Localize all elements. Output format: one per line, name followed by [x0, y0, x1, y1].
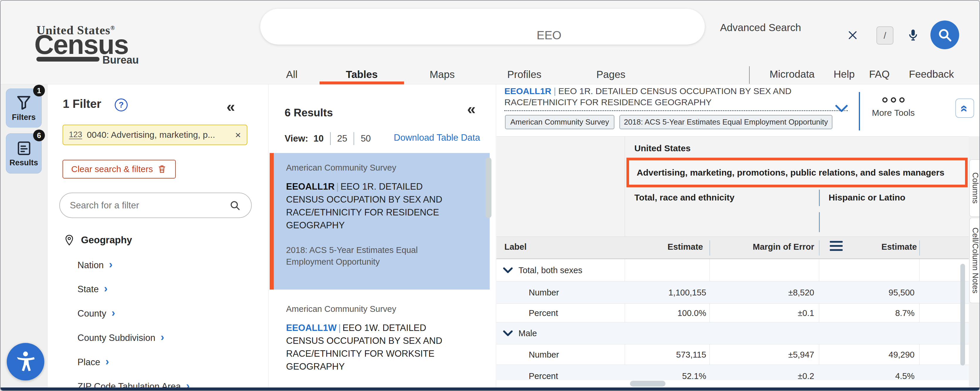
collapse-results-panel-icon[interactable]: « — [467, 101, 475, 117]
filter-search-icon[interactable] — [229, 199, 241, 212]
table-row-total-both-sexes[interactable]: Total, both sexes — [496, 259, 969, 282]
tab-maps[interactable]: Maps — [410, 65, 474, 84]
row-label: Male — [519, 329, 537, 338]
search-bar[interactable]: / — [260, 9, 705, 44]
column-header-label[interactable]: Label — [504, 242, 527, 252]
more-tools-button[interactable]: More Tools — [865, 97, 922, 118]
row-label: Number — [529, 288, 559, 297]
table-title[interactable]: EEOALL1R|EEO 1R. DETAILED CENSUS OCCUPAT… — [504, 85, 848, 111]
cell-value: ±5,947 — [710, 350, 814, 359]
geo-item-county-subdivision[interactable]: County Subdivision› — [78, 331, 164, 344]
table-select-chevron-down-icon[interactable] — [835, 104, 848, 113]
nav-divider — [749, 66, 750, 84]
results-count-badge: 6 — [33, 130, 45, 141]
table-row-number[interactable]: Number573,115±5,94749,290 — [496, 344, 969, 365]
cell-value: 95,500 — [819, 288, 915, 297]
result-card-eeoall1r[interactable]: American Community SurveyEEOALL1R|EEO 1R… — [274, 153, 490, 290]
keyboard-shortcut-key: / — [877, 26, 893, 44]
selected-card-strip — [270, 153, 274, 290]
column-header-estimate[interactable]: Estimate — [625, 242, 703, 252]
filters-rail-label: Filters — [12, 113, 35, 122]
filter-search-input[interactable] — [70, 200, 229, 211]
search-button[interactable] — [931, 21, 959, 49]
view-option-50[interactable]: 50 — [361, 133, 371, 144]
geo-item-nation[interactable]: Nation› — [78, 259, 113, 272]
result-card-eeoall1w[interactable]: American Community SurveyEEOALL1W|EEO 1W… — [274, 294, 490, 391]
highlighted-occupation-label: Advertising, marketing, promotions, publ… — [637, 168, 945, 177]
more-tools-icon — [882, 97, 905, 103]
card-separator: | — [334, 181, 340, 192]
results-rail-button[interactable]: Results 6 — [6, 133, 42, 174]
cell-value: 573,115 — [625, 350, 706, 359]
filters-rail-button[interactable]: Filters 1 — [6, 89, 42, 128]
cell-value: 52.1% — [625, 371, 706, 380]
column-menu-icon[interactable] — [830, 241, 843, 251]
header-divider — [859, 92, 860, 130]
row-label: Percent — [529, 371, 558, 380]
geo-item-label: County Subdivision — [78, 332, 155, 343]
advanced-search-link[interactable]: Advanced Search — [720, 22, 801, 33]
clear-search-filters-button[interactable]: Clear search & filters — [62, 160, 176, 179]
card-survey: American Community Survey — [286, 163, 477, 173]
microphone-icon[interactable] — [906, 25, 920, 45]
highlighted-occupation-row[interactable]: Advertising, marketing, promotions, publ… — [627, 158, 968, 187]
table-row-male[interactable]: Male — [496, 323, 969, 344]
accessibility-button[interactable] — [7, 343, 44, 380]
column-header-estimate-2[interactable]: Estimate — [848, 242, 917, 252]
side-tab-cell-column-notes[interactable]: Cell/Column Notes — [969, 218, 980, 303]
clear-search-icon[interactable] — [847, 29, 859, 41]
view-option-25[interactable]: 25 — [337, 133, 347, 144]
column-header-moe[interactable]: Margin of Error — [714, 242, 814, 252]
horizontal-scrollbar[interactable] — [630, 381, 665, 386]
tab-all[interactable]: All — [274, 65, 310, 84]
table-row-percent[interactable]: Percent100.0%±0.18.7% — [496, 304, 969, 323]
nav-link-microdata[interactable]: Microdata — [760, 66, 824, 83]
more-tools-label: More Tools — [872, 108, 915, 118]
collapse-table-header-button[interactable]: « — [955, 98, 974, 118]
geo-item-place[interactable]: Place› — [78, 356, 109, 369]
table-row-number[interactable]: Number1,100,155±8,52095,500 — [496, 282, 969, 304]
location-pin-icon — [64, 234, 75, 246]
results-scrollbar[interactable] — [485, 157, 492, 218]
geo-item-county[interactable]: County› — [78, 307, 115, 320]
nav-link-faq[interactable]: FAQ — [858, 66, 901, 83]
help-icon[interactable]: ? — [115, 98, 127, 111]
trash-icon — [157, 164, 167, 174]
cell-value: 8.7% — [819, 308, 915, 318]
column-group-hispanic: Hispanic or Latino — [829, 193, 905, 203]
column-group-divider-2 — [819, 212, 820, 232]
filter-search-box[interactable] — [59, 193, 252, 218]
tab-profiles[interactable]: Profiles — [488, 65, 561, 84]
view-separator — [353, 132, 354, 145]
tab-label: Tables — [346, 68, 378, 80]
table-row-percent[interactable]: Percent52.1%±0.24.5% — [496, 365, 969, 380]
geo-column-header: United States — [634, 143, 691, 153]
dataset-tag: 2018: ACS 5-Year Estimates Equal Employm… — [619, 115, 832, 129]
tab-label: Pages — [596, 68, 625, 80]
table-scrollbar[interactable] — [960, 264, 965, 366]
card-table-id: EEOALL1R — [286, 181, 334, 192]
active-filter-chip[interactable]: 123 0040: Advertising, marketing, p... × — [62, 125, 247, 145]
tab-tables[interactable]: Tables — [320, 65, 404, 84]
card-survey: American Community Survey — [286, 304, 477, 314]
expand-chevron-icon[interactable] — [503, 330, 514, 337]
view-option-10[interactable]: 10 — [313, 133, 323, 144]
bottom-bar — [1, 388, 980, 391]
chevron-right-icon: › — [161, 332, 164, 343]
remove-filter-icon[interactable]: × — [235, 129, 241, 141]
results-count-title: 6 Results — [285, 107, 333, 119]
side-tab-columns[interactable]: Columns — [969, 160, 980, 217]
expand-chevron-icon[interactable] — [503, 267, 514, 274]
filter-funnel-icon — [15, 94, 33, 111]
collapse-filter-panel-icon[interactable]: « — [226, 99, 234, 114]
geo-item-state[interactable]: State› — [78, 283, 107, 296]
column-separator — [919, 241, 920, 256]
view-options: 102550 — [313, 132, 371, 145]
table-rows: Total, both sexesNumber1,100,155±8,52095… — [496, 259, 969, 380]
tab-pages[interactable]: Pages — [574, 65, 648, 84]
geo-item-label: Place — [78, 357, 100, 367]
download-table-data-link[interactable]: Download Table Data — [394, 133, 480, 143]
row-label: Number — [529, 350, 559, 359]
nav-link-feedback[interactable]: Feedback — [904, 66, 959, 83]
card-separator: | — [337, 323, 342, 333]
